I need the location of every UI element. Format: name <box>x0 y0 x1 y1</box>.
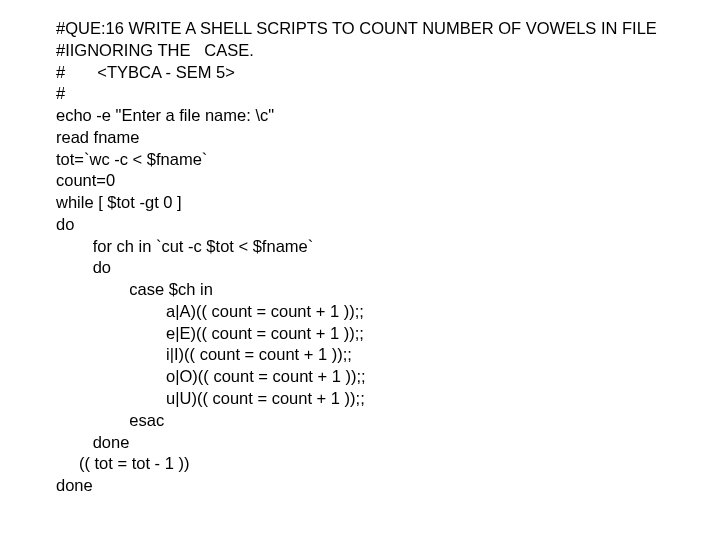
code-line: done <box>56 432 720 454</box>
code-line: count=0 <box>56 170 720 192</box>
code-line: echo -e "Enter a file name: \c" <box>56 105 720 127</box>
code-line: u|U)(( count = count + 1 ));; <box>56 388 720 410</box>
code-line: while [ $tot -gt 0 ] <box>56 192 720 214</box>
code-line: #IIGNORING THE CASE. <box>56 40 720 62</box>
code-line: tot=`wc -c < $fname` <box>56 149 720 171</box>
code-line: (( tot = tot - 1 )) <box>56 453 720 475</box>
code-line: case $ch in <box>56 279 720 301</box>
code-line: do <box>56 214 720 236</box>
code-line: # <box>56 83 720 105</box>
code-line: read fname <box>56 127 720 149</box>
code-page: #QUE:16 WRITE A SHELL SCRIPTS TO COUNT N… <box>0 0 720 497</box>
code-line: esac <box>56 410 720 432</box>
code-line: done <box>56 475 720 497</box>
code-line: # <TYBCA - SEM 5> <box>56 62 720 84</box>
code-line: #QUE:16 WRITE A SHELL SCRIPTS TO COUNT N… <box>56 18 720 40</box>
code-line: i|I)(( count = count + 1 ));; <box>56 344 720 366</box>
code-line: for ch in `cut -c $tot < $fname` <box>56 236 720 258</box>
code-line: o|O)(( count = count + 1 ));; <box>56 366 720 388</box>
code-line: e|E)(( count = count + 1 ));; <box>56 323 720 345</box>
code-line: do <box>56 257 720 279</box>
code-line: a|A)(( count = count + 1 ));; <box>56 301 720 323</box>
